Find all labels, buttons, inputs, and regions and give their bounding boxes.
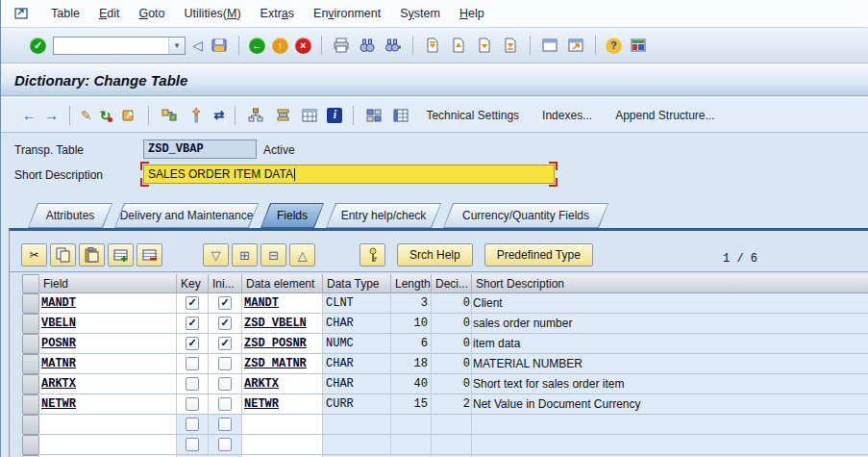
table-name-field[interactable]: ZSD_VBAP	[143, 140, 257, 159]
length-cell[interactable]: 40	[391, 374, 432, 394]
tab-entry-help-check[interactable]: Entry help/check	[326, 203, 441, 228]
row-selector[interactable]	[22, 394, 39, 415]
initial-checkbox[interactable]: ✓	[218, 317, 232, 330]
tab-attributes[interactable]: Attributes	[28, 203, 112, 228]
menu-help[interactable]: Help	[450, 7, 494, 20]
short-description-cell[interactable]: Net Value in Document Currency	[472, 394, 868, 415]
append-structure-button[interactable]: Append Structure...	[608, 109, 722, 122]
key-checkbox[interactable]	[186, 397, 199, 411]
row-selector[interactable]	[22, 293, 39, 314]
indexes-button[interactable]: Indexes...	[534, 109, 600, 122]
data-element-link[interactable]: MANDT	[242, 296, 279, 310]
decimals-cell[interactable]	[432, 435, 472, 455]
data-element-cell[interactable]: ZSD_POSNR	[242, 334, 323, 354]
data-element-link[interactable]: ARKTX	[242, 377, 279, 391]
tab-delivery-and-maintenance[interactable]: Delivery and Maintenance	[114, 203, 259, 228]
short-description-field[interactable]: SALES ORDER ITEM DATA	[143, 165, 555, 184]
refresh-button[interactable]: ↻	[100, 108, 112, 123]
predefined-type-button[interactable]: Predefined Type	[484, 243, 593, 267]
field-cell[interactable]	[39, 415, 177, 435]
page-up-button[interactable]	[449, 36, 468, 55]
decimals-cell[interactable]: 2	[432, 394, 472, 415]
next-object-button[interactable]: →	[44, 107, 59, 123]
field-name-link[interactable]: NETWR	[39, 397, 76, 411]
select-block-button[interactable]: ▽	[203, 243, 229, 267]
last-page-button[interactable]	[501, 36, 520, 55]
runtime-object-button[interactable]	[364, 106, 384, 125]
copy-object-button[interactable]	[118, 106, 137, 125]
data-type-cell[interactable]: CHAR	[323, 374, 391, 394]
row-selector[interactable]	[22, 354, 39, 374]
key-fields-button[interactable]	[360, 243, 385, 267]
delete-selection-button[interactable]: ⊟	[260, 243, 286, 267]
field-name-link[interactable]: VBELN	[39, 317, 76, 330]
enter-button[interactable]: ✓	[30, 38, 46, 54]
short-description-cell[interactable]: Client	[472, 293, 868, 314]
field-name-link[interactable]: ARKTX	[39, 377, 76, 391]
find-next-button[interactable]	[384, 36, 403, 55]
new-session-button[interactable]	[540, 36, 559, 55]
menu-table[interactable]: Table	[41, 7, 89, 20]
previous-object-button[interactable]: ←	[22, 107, 37, 123]
menu-utilities[interactable]: Utilities(M)	[175, 7, 251, 20]
row-selector[interactable]	[22, 334, 39, 354]
data-element-cell[interactable]	[242, 435, 323, 455]
field-cell[interactable]: NETWR	[39, 394, 177, 415]
decimals-cell[interactable]: 0	[432, 374, 472, 394]
print-button[interactable]	[332, 36, 351, 55]
data-element-cell[interactable]: MANDT	[242, 293, 323, 314]
field-name-link[interactable]: MANDT	[39, 296, 76, 310]
short-description-cell[interactable]: sales order number	[472, 314, 868, 334]
table-display-button[interactable]	[300, 106, 319, 125]
initial-checkbox[interactable]: ✓	[218, 337, 232, 350]
data-element-link[interactable]: ZSD_VBELN	[242, 317, 307, 330]
technical-settings-button[interactable]: Technical Settings	[418, 109, 527, 122]
key-checkbox[interactable]: ✓	[186, 337, 199, 350]
field-cell[interactable]: VBELN	[39, 314, 177, 334]
first-page-button[interactable]	[423, 36, 442, 55]
object-log-button[interactable]	[273, 106, 292, 125]
decimals-cell[interactable]	[432, 415, 472, 435]
length-cell[interactable]: 10	[391, 314, 432, 334]
tab-currency-quantity-fields[interactable]: Currency/Quantity Fields	[443, 203, 608, 228]
key-checkbox[interactable]: ✓	[186, 317, 199, 330]
delete-row-button[interactable]	[136, 243, 162, 267]
insert-row-button[interactable]	[108, 243, 134, 267]
field-cell[interactable]: MATNR	[39, 354, 177, 374]
row-selector[interactable]	[22, 435, 39, 455]
exit-button[interactable]: ↑	[272, 38, 288, 54]
data-element-cell[interactable]	[242, 415, 323, 435]
srch-help-button[interactable]: Srch Help	[397, 243, 473, 267]
length-cell[interactable]: 6	[391, 334, 432, 354]
menu-goto[interactable]: Goto	[129, 7, 174, 20]
short-description-cell[interactable]: item data	[472, 334, 868, 354]
data-element-link[interactable]: NETWR	[242, 397, 279, 411]
move-top-button[interactable]: △	[289, 243, 315, 267]
data-element-cell[interactable]: NETWR	[242, 394, 323, 415]
page-down-button[interactable]	[475, 36, 494, 55]
data-element-cell[interactable]: ZSD_VBELN	[242, 314, 323, 334]
where-used-list-button[interactable]	[160, 106, 179, 125]
length-cell[interactable]	[391, 435, 432, 455]
row-selector[interactable]	[22, 415, 39, 435]
data-type-cell[interactable]: NUMC	[323, 334, 391, 354]
copy-rows-button[interactable]	[50, 243, 76, 267]
key-checkbox[interactable]: ✓	[186, 296, 199, 310]
data-element-link[interactable]: ZSD_MATNR	[242, 357, 307, 370]
field-cell[interactable]: ARKTX	[39, 374, 177, 394]
activate-button[interactable]	[186, 106, 206, 125]
initial-checkbox[interactable]	[218, 377, 232, 391]
length-cell[interactable]	[391, 415, 432, 435]
data-type-cell[interactable]: CHAR	[323, 314, 391, 334]
short-description-cell[interactable]	[472, 415, 868, 435]
paste-button[interactable]	[79, 243, 105, 267]
key-checkbox[interactable]	[186, 438, 199, 451]
menu-system[interactable]: System	[390, 7, 450, 20]
navigate-button[interactable]: ⇄	[213, 108, 224, 122]
row-selector[interactable]	[22, 314, 39, 334]
key-checkbox[interactable]	[186, 418, 199, 431]
decimals-cell[interactable]: 0	[432, 314, 472, 334]
decimals-cell[interactable]: 0	[432, 334, 472, 354]
length-cell[interactable]: 18	[391, 354, 432, 374]
row-selector[interactable]	[22, 374, 39, 394]
